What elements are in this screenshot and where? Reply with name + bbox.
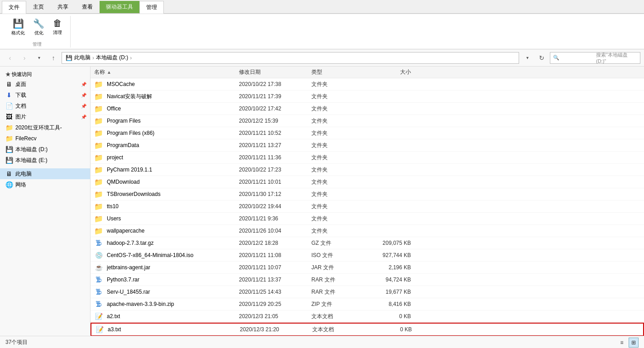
refresh-button[interactable]: ↻ [535,52,548,64]
view-btn-details[interactable]: ≡ [617,338,627,348]
sidebar-item-desktop[interactable]: 🖥 桌面 📌 [0,79,90,90]
table-row[interactable]: ☕ jetbrains-agent.jar 2020/11/21 10:07 J… [91,262,644,274]
col-header-type[interactable]: 类型 [311,68,366,76]
file-date: 2020/11/29 20:25 [239,301,311,307]
table-row[interactable]: 📁 TSBrowserDownloads 2020/11/30 17:12 文件… [91,188,644,200]
file-date: 2020/12/3 21:20 [240,326,312,333]
file-size: 0 KB [366,313,411,319]
status-count: 37个项目 [5,338,28,346]
tab-file[interactable]: 文件 [2,1,26,14]
file-date: 2020/11/21 10:07 [239,264,311,271]
file-type: GZ 文件 [311,239,366,247]
col-header-date[interactable]: 修改日期 [239,68,311,76]
table-row[interactable]: 🗜 apache-maven-3.3.9-bin.zip 2020/11/29 … [91,298,644,310]
file-date: 2020/11/21 11:36 [239,154,311,161]
file-name: Serv-U_18455.rar [107,289,241,295]
tab-manage[interactable]: 管理 [139,1,164,14]
ribbon-btn-cleanup[interactable]: 🗑 清理 [49,16,66,38]
file-type: 文件夹 [311,117,366,125]
table-row[interactable]: 📁 MSOCache 2020/10/22 17:38 文件夹 [91,78,644,91]
desktop-icon: 🖥 [5,81,13,88]
sidebar-item-pictures[interactable]: 🖼 图片 📌 [0,111,90,122]
sidebar-label-network: 网络 [15,181,26,189]
sidebar-item-network[interactable]: 🌐 网络 [0,179,90,190]
table-row[interactable]: 📁 wallpapercache 2020/11/26 10:04 文件夹 [91,225,644,237]
file-date: 2020/10/22 17:23 [239,167,311,173]
sidebar-label-desktop: 桌面 [15,81,26,88]
statusbar: 37个项目 ≡ ⊞ [0,336,644,348]
sidebar-item-drive-d[interactable]: 💾 本地磁盘 (D:) [0,144,90,155]
file-size: 927,744 KB [366,252,411,258]
back-button[interactable]: ‹ [4,52,16,64]
ribbon-group-label: 管理 [33,41,42,48]
table-row[interactable]: 📝 a2.txt 2020/12/3 21:05 文本文档 0 KB [91,310,644,323]
sidebar-item-env[interactable]: 📁 2020红亚环境工具- [0,122,90,133]
up-button[interactable]: ↑ [47,52,60,64]
sidebar-item-filerecv[interactable]: 📁 FileRecv [0,133,90,144]
sidebar-label-env: 2020红亚环境工具- [15,124,62,132]
sidebar-item-this-pc[interactable]: 🖥 此电脑 [0,168,90,179]
table-row[interactable]: 📁 Users 2020/11/21 9:36 文件夹 [91,213,644,225]
table-row[interactable]: 📁 project 2020/11/21 11:36 文件夹 [91,152,644,164]
file-type: ISO 文件 [311,252,366,259]
search-icon: 🔍 [553,55,594,61]
tab-share[interactable]: 共享 [51,0,75,13]
file-icon: 📁 [94,153,103,162]
tab-view[interactable]: 查看 [75,0,100,13]
table-row[interactable]: 📁 tts10 2020/10/22 19:44 文件夹 [91,200,644,213]
file-icon: 🗜 [94,300,103,309]
sidebar-label-docs: 文档 [15,102,26,110]
dropdown-path-button[interactable]: ▾ [521,52,534,64]
table-row[interactable]: 🗜 hadoop-2.7.3.tar.gz 2020/12/2 18:28 GZ… [91,237,644,249]
sort-arrow-name: ▲ [107,70,111,75]
table-row[interactable]: 🗜 Serv-U_18455.rar 2020/11/25 14:43 RAR … [91,286,644,298]
file-icon: 🗜 [94,238,103,248]
table-row[interactable]: 📝 a3.txt 2020/12/3 21:20 文本文档 0 KB [91,323,644,336]
file-name: MSOCache [107,81,241,87]
col-header-name[interactable]: 名称 ▲ [94,68,239,76]
file-name: a3.txt [108,326,242,333]
table-row[interactable]: 📁 Program Files (x86) 2020/11/21 10:52 文… [91,127,644,139]
file-icon: 📁 [94,116,103,125]
table-row[interactable]: 📁 Navicat安装与破解 2020/11/21 17:39 文件夹 [91,91,644,103]
tab-drive-tools[interactable]: 驱动器工具 [100,1,139,13]
table-row[interactable]: 📁 Office 2020/10/22 17:42 文件夹 [91,103,644,115]
forward-button[interactable]: › [18,52,31,64]
table-row[interactable]: 📁 PyCharm 2019.1.1 2020/10/22 17:23 文件夹 [91,164,644,176]
sidebar-label-this-pc: 此电脑 [15,170,32,178]
view-btn-list[interactable]: ⊞ [629,338,639,348]
file-icon: 💿 [94,251,103,260]
table-row[interactable]: 📁 Program Files 2020/12/2 15:39 文件夹 [91,115,644,127]
file-name: a2.txt [107,313,241,319]
dropdown-button[interactable]: ▾ [33,52,45,64]
sidebar-label-pictures: 图片 [15,113,26,121]
col-header-size[interactable]: 大小 [366,68,411,76]
sidebar-item-docs[interactable]: 📄 文档 📌 [0,100,90,111]
file-date: 2020/10/22 17:38 [239,81,311,87]
table-row[interactable]: 📁 ProgramData 2020/11/21 13:27 文件夹 [91,139,644,152]
file-icon: 📝 [94,312,103,321]
file-date: 2020/11/26 10:04 [239,228,311,234]
pin-icon-downloads: 📌 [81,93,86,98]
address-path[interactable]: 💾 此电脑 › 本地磁盘 (D:) › [62,52,519,64]
cleanup-icon: 🗑 [53,18,62,29]
quick-access-label: ★ 快速访问 [0,68,90,79]
file-type: JAR 文件 [311,264,366,272]
sidebar-item-downloads[interactable]: ⬇ 下载 📌 [0,90,90,100]
search-box[interactable]: 🔍 搜索"本地磁盘 (D:)" [550,52,640,64]
ribbon-btn-format[interactable]: 💾 格式化 [8,16,28,38]
table-row[interactable]: 🗜 Python3.7.rar 2020/11/21 13:37 RAR 文件 … [91,274,644,286]
tab-home[interactable]: 主页 [26,0,51,13]
file-type: 文件夹 [311,215,366,223]
pictures-icon: 🖼 [5,113,13,120]
file-name: project [107,154,241,161]
table-row[interactable]: 📁 QMDownload 2020/11/21 10:01 文件夹 [91,176,644,188]
file-name: Program Files (x86) [107,130,241,136]
sidebar-item-drive-e[interactable]: 💾 本地磁盘 (E:) [0,155,90,166]
table-row[interactable]: 💿 CentOS-7-x86_64-Minimal-1804.iso 2020/… [91,249,644,262]
file-type: 文本文档 [311,313,366,320]
ribbon-btn-optimize[interactable]: 🔧 优化 [30,16,48,38]
file-name: TSBrowserDownloads [107,191,241,197]
filerecv-icon: 📁 [5,135,13,142]
file-size: 209,075 KB [366,240,411,246]
